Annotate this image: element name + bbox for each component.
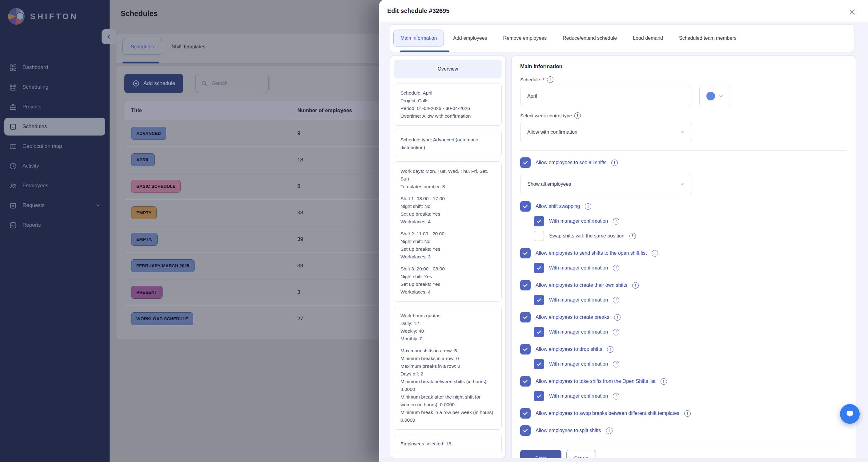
checkbox[interactable]: [534, 391, 544, 401]
divider: [520, 444, 847, 444]
checkbox[interactable]: [534, 216, 544, 226]
checkbox[interactable]: [520, 248, 531, 258]
schedule-color-picker[interactable]: [699, 86, 731, 106]
toggle-manager-confirmation: With manager confirmation: [534, 216, 847, 226]
schedule-badge[interactable]: EMPTY: [131, 206, 157, 219]
overview-button[interactable]: Overview: [394, 60, 502, 78]
checkbox[interactable]: [520, 408, 531, 418]
schedule-badge[interactable]: APRIL: [131, 153, 155, 166]
schedule-badge[interactable]: BASIC SCHEDULE: [131, 180, 181, 193]
info-icon[interactable]: [613, 218, 619, 225]
info-icon[interactable]: [614, 314, 621, 321]
sidebar-item-activity[interactable]: Activity: [4, 157, 105, 175]
week-control-select[interactable]: Allow with confirmation: [520, 122, 692, 142]
tab-shift-templates[interactable]: Shift Templates: [164, 39, 213, 55]
schedule-badge[interactable]: FEBRUARY-MARCH 2025: [131, 259, 194, 272]
info-icon[interactable]: [660, 378, 667, 385]
info-icon[interactable]: [547, 77, 553, 83]
info-icon[interactable]: [611, 160, 618, 166]
employee-visibility-select[interactable]: Show all employees: [520, 174, 692, 194]
sidebar-nav: Dashboard Scheduling Projects Schedules …: [0, 59, 110, 236]
overview-card-schedule: Schedule: AprilProject: CallsPeriod: 01-…: [394, 83, 502, 126]
form-heading: Main information: [520, 63, 847, 69]
tab-load-demand[interactable]: Load demand: [626, 30, 670, 47]
sidebar-item-label: Schedules: [23, 123, 47, 130]
toggle-see-all-shifts: Allow employees to see all shifts: [520, 157, 847, 168]
tab-scheduled-team-members[interactable]: Scheduled team members: [672, 30, 743, 47]
modal-header: Edit schedule #32695: [379, 0, 868, 22]
info-icon[interactable]: [632, 282, 639, 289]
sidebar-item-reports[interactable]: Reports: [4, 216, 105, 234]
toggle-manager-confirmation: With manager confirmation: [534, 359, 847, 369]
add-schedule-button[interactable]: Add schedule: [124, 74, 183, 93]
info-icon[interactable]: [575, 112, 581, 119]
checkbox[interactable]: [534, 327, 544, 337]
tab-remove-employees[interactable]: Remove employees: [496, 30, 553, 47]
modal-bottom-strip: [379, 458, 868, 462]
checkbox[interactable]: [520, 157, 531, 168]
app-root: SHIFTON Dashboard Scheduling Projects Sc…: [0, 0, 868, 462]
checkbox[interactable]: [520, 201, 531, 211]
sidebar-item-dashboard[interactable]: Dashboard: [4, 59, 105, 77]
toggle-swap-same-position: Swap shifts with the same position: [534, 231, 847, 241]
info-icon[interactable]: [613, 265, 619, 271]
info-icon[interactable]: [652, 250, 658, 257]
sidebar-item-scheduling[interactable]: Scheduling: [4, 78, 105, 96]
reports-icon: [9, 222, 17, 229]
checkbox[interactable]: [520, 280, 531, 290]
sidebar-item-projects[interactable]: Projects: [4, 98, 105, 116]
briefcase-icon: [9, 103, 17, 111]
checkbox[interactable]: [534, 295, 544, 305]
toggle-manager-confirmation: With manager confirmation: [534, 391, 847, 401]
tab-reduce-extend-schedule[interactable]: Reduce/extend schedule: [556, 30, 624, 47]
close-icon[interactable]: [848, 8, 856, 16]
clock-icon: [9, 162, 17, 170]
checkbox[interactable]: [534, 231, 544, 241]
color-swatch: [706, 92, 715, 100]
sidebar-item-schedules[interactable]: Schedules: [4, 118, 105, 136]
sidebar-item-label: Reports: [23, 222, 41, 228]
info-icon[interactable]: [684, 410, 691, 417]
tab-add-employees[interactable]: Add employees: [446, 30, 494, 47]
logo[interactable]: SHIFTON: [0, 0, 110, 25]
checkbox[interactable]: [520, 344, 531, 354]
checkbox[interactable]: [534, 263, 544, 273]
chat-widget-button[interactable]: [840, 404, 860, 424]
shifton-logo-icon: [8, 8, 25, 25]
checkbox[interactable]: [534, 359, 544, 369]
info-icon[interactable]: [613, 361, 619, 368]
info-icon[interactable]: [613, 329, 619, 336]
checkbox[interactable]: [520, 376, 531, 386]
info-icon[interactable]: [606, 428, 613, 434]
required-asterisk: *: [542, 77, 545, 83]
schedules-icon: [9, 123, 17, 131]
sidebar-item-requests[interactable]: Requests: [4, 197, 105, 214]
schedule-badge[interactable]: ADVANCED: [131, 127, 166, 140]
chevron-down-icon: [679, 181, 685, 187]
schedule-badge[interactable]: EMPTY.: [131, 233, 158, 246]
checkbox[interactable]: [520, 312, 531, 322]
toggle-send-to-open-shift-list: Allow employees to send shifts to the op…: [520, 248, 847, 258]
info-icon[interactable]: [629, 233, 636, 239]
tab-main-information[interactable]: Main information: [393, 30, 444, 47]
sidebar-item-geolocation-map[interactable]: Geolocation map: [4, 137, 105, 155]
info-icon[interactable]: [585, 203, 591, 210]
schedule-badge[interactable]: WORKLOAD SCHEDULE: [131, 312, 193, 325]
checkbox[interactable]: [520, 425, 531, 436]
info-icon[interactable]: [613, 297, 619, 304]
sidebar-item-employees[interactable]: Employees: [4, 177, 105, 195]
info-icon[interactable]: [613, 393, 619, 400]
sidebar-item-label: Dashboard: [23, 64, 48, 70]
schedule-name-input[interactable]: [520, 86, 692, 106]
overview-card-type: Schedule type: Advanced (automatic distr…: [394, 130, 502, 157]
overview-card-quotas: Work hours quotasDaily: 12Weekly: 40Mont…: [394, 306, 502, 430]
active-tab-indicator: [123, 62, 159, 63]
schedule-field-label: Schedule *: [520, 77, 847, 83]
schedule-badge[interactable]: PRESENT: [131, 286, 162, 299]
tab-schedules[interactable]: Schedules: [123, 39, 162, 55]
map-icon: [9, 143, 17, 150]
info-icon[interactable]: [607, 346, 614, 353]
column-header-title: Title: [131, 108, 297, 114]
sidebar: SHIFTON Dashboard Scheduling Projects Sc…: [0, 0, 110, 462]
sidebar-collapse-button[interactable]: [101, 29, 116, 44]
